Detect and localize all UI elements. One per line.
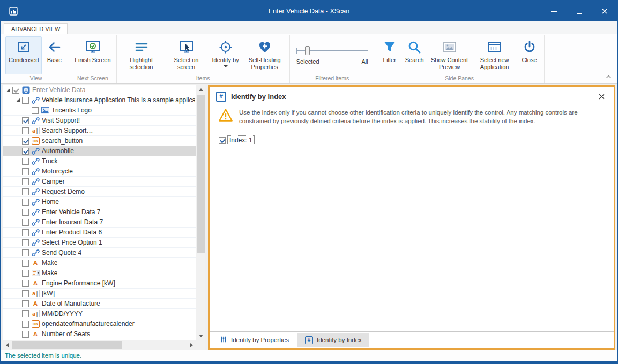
minimize-button[interactable] — [541, 1, 567, 21]
identify-by-index-pane: # Identify by Index Use the index only i… — [208, 85, 615, 350]
tree-item[interactable]: ADate of Manufacture — [3, 299, 196, 309]
scroll-right-icon[interactable] — [187, 340, 196, 350]
power-close-icon — [522, 39, 537, 55]
tree-item[interactable]: Tricentis Logo — [3, 105, 196, 116]
tree-item[interactable]: Motorcycle — [3, 166, 196, 177]
tree-item[interactable]: Select Price Option 1 — [3, 238, 196, 248]
condensed-button[interactable]: Condensed — [5, 36, 42, 74]
tree-horizontal-scrollbar[interactable] — [3, 340, 196, 350]
search-label: Search — [405, 57, 424, 64]
tree-item-checkbox[interactable] — [22, 188, 29, 195]
tree-item[interactable]: a|Search Support… — [3, 126, 196, 136]
tree-item[interactable]: AMake — [3, 258, 196, 268]
slider-thumb[interactable] — [305, 46, 310, 55]
close-window-button[interactable] — [592, 1, 617, 21]
search-button[interactable]: Search — [402, 36, 427, 74]
tree-item-checkbox[interactable] — [22, 168, 29, 175]
tree-item-checkbox[interactable] — [32, 107, 39, 114]
tree-item[interactable]: Automobile — [3, 146, 196, 156]
tree-item-checkbox[interactable] — [22, 158, 29, 165]
horizontal-scroll-thumb[interactable] — [12, 341, 122, 349]
tree-item[interactable]: Make — [3, 268, 196, 278]
title-bar: Enter Vehicle Data - XScan — [1, 1, 617, 21]
tab-identify-by-index[interactable]: # Identify by Index — [297, 333, 369, 347]
tree-item-checkbox[interactable] — [22, 239, 29, 246]
tree-item[interactable]: Vehicle Insurance Application This is a … — [3, 95, 196, 105]
collapse-ribbon-icon[interactable] — [605, 72, 612, 81]
highlight-selection-button[interactable]: Highlight selection — [119, 36, 164, 74]
tree-item[interactable]: Enter Vehicle Data — [3, 85, 196, 95]
tree-item-checkbox[interactable] — [22, 178, 29, 185]
tree-item-checkbox[interactable] — [22, 148, 29, 155]
tree-item-checkbox[interactable] — [22, 300, 29, 307]
select-on-screen-button[interactable]: Select on screen — [164, 36, 209, 74]
tree-item-label: Search Support… — [42, 127, 93, 134]
tree-item[interactable]: Enter Vehicle Data 7 — [3, 207, 196, 217]
basic-button[interactable]: Basic — [42, 36, 66, 74]
select-new-application-button[interactable]: Select new Application — [472, 36, 517, 74]
self-healing-label: Self-Healing Properties — [245, 57, 284, 70]
tree-item[interactable]: OKsearch_button — [3, 136, 196, 146]
index-checkbox[interactable] — [219, 137, 226, 144]
slider-track[interactable] — [296, 46, 368, 55]
textbox-icon: a| — [31, 310, 40, 318]
tree-item[interactable]: a|[kW] — [3, 289, 196, 299]
tree-item-checkbox[interactable] — [22, 260, 29, 267]
tab-advanced-view[interactable]: ADVANCED VIEW — [4, 23, 68, 34]
tree-item-checkbox[interactable] — [22, 229, 29, 236]
tree-item[interactable]: ANumber of Seats — [3, 329, 196, 339]
identify-by-button[interactable]: Identify by — [209, 36, 242, 74]
link-icon — [31, 239, 40, 247]
tree-vertical-scrollbar[interactable] — [196, 85, 205, 340]
tree-item-checkbox[interactable] — [22, 219, 29, 226]
link-icon — [31, 249, 40, 257]
vertical-scroll-thumb[interactable] — [197, 95, 205, 253]
search-icon — [407, 39, 422, 55]
tree-item[interactable]: OKopendateofmanufacturecalender — [3, 319, 196, 329]
tree-item-checkbox[interactable] — [22, 310, 29, 317]
tree-item-checkbox[interactable] — [22, 97, 29, 104]
tree-item-checkbox[interactable] — [22, 249, 29, 256]
link-icon — [31, 218, 40, 226]
close-pane-x-button[interactable] — [596, 91, 607, 102]
button-icon: OK — [31, 320, 40, 328]
tree-item-checkbox[interactable] — [22, 321, 29, 328]
tree-item-checkbox[interactable] — [22, 331, 29, 338]
expander-icon[interactable] — [14, 97, 21, 104]
self-healing-properties-button[interactable]: Self-Healing Properties — [242, 36, 287, 74]
close-pane-button[interactable]: Close — [517, 36, 542, 74]
highlight-selection-label: Highlight selection — [122, 57, 161, 70]
scroll-up-icon[interactable] — [196, 85, 205, 94]
tree-item[interactable]: Enter Product Data 6 — [3, 228, 196, 238]
tree-item-checkbox[interactable] — [22, 127, 29, 134]
tree-item[interactable]: Visit Support! — [3, 116, 196, 126]
tree-item[interactable]: Request Demo — [3, 187, 196, 197]
scroll-down-icon[interactable] — [196, 331, 205, 340]
maximize-button[interactable] — [567, 1, 592, 21]
tree-item[interactable]: a|MM/DD/YYYY — [3, 309, 196, 319]
pane-tabs: Identify by Properties # Identify by Ind… — [210, 331, 614, 348]
tree-item-checkbox[interactable] — [22, 138, 29, 145]
tree-item[interactable]: Camper — [3, 177, 196, 187]
pane-empty-area — [210, 145, 614, 331]
tree-item[interactable]: Home — [3, 197, 196, 207]
tree-item-checkbox[interactable] — [22, 270, 29, 277]
tree-item-label: Make — [42, 259, 57, 267]
tree-item-checkbox[interactable] — [12, 87, 19, 94]
expander-icon[interactable] — [5, 87, 12, 94]
show-content-preview-button[interactable]: Show Content Preview — [427, 36, 472, 74]
tree-item-checkbox[interactable] — [22, 199, 29, 206]
tree-item-checkbox[interactable] — [22, 209, 29, 216]
tree-item[interactable]: Send Quote 4 — [3, 248, 196, 258]
tree-item[interactable]: Enter Insurant Data 7 — [3, 217, 196, 228]
finish-screen-button[interactable]: Finish Screen — [71, 36, 114, 74]
tree-item[interactable]: Truck — [3, 156, 196, 166]
tree-item-checkbox[interactable] — [22, 290, 29, 297]
tree-item[interactable]: AEngine Performance [kW] — [3, 278, 196, 289]
tree-item-checkbox[interactable] — [22, 280, 29, 287]
scroll-left-icon[interactable] — [3, 340, 12, 350]
tree-item-checkbox[interactable] — [22, 117, 29, 124]
filter-button[interactable]: Filter — [377, 36, 402, 74]
index-checkbox-row: Index: 1 — [218, 136, 605, 145]
tab-identify-by-properties[interactable]: Identify by Properties — [212, 333, 296, 347]
